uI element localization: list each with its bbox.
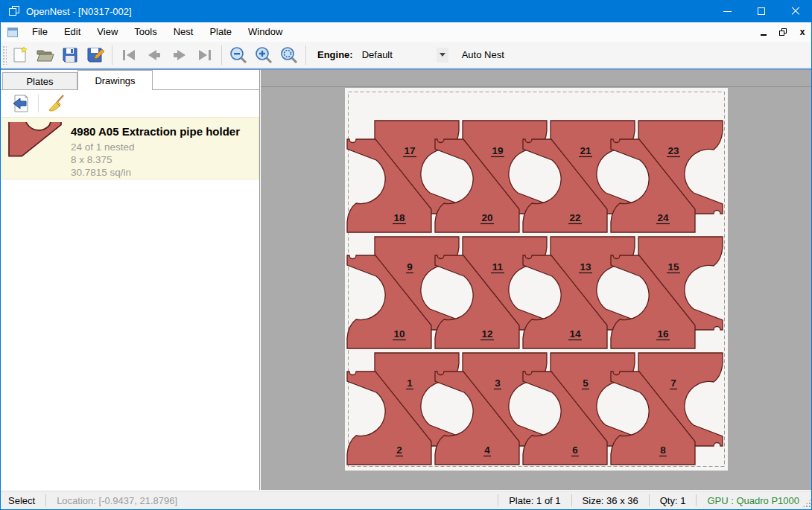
part-number-label: 19 [492, 145, 503, 156]
menu-edit[interactable]: Edit [56, 22, 89, 42]
zoom-fit-icon [279, 45, 299, 65]
sidebar-tabstrip: Plates Drawings [1, 70, 259, 90]
clean-button[interactable] [45, 92, 69, 115]
drawing-nested-count: 24 of 1 nested [71, 141, 240, 153]
part-thumbnail [7, 122, 66, 174]
page-back-arrow-icon [10, 94, 30, 113]
part-number-label: 8 [660, 444, 666, 456]
part-number-label: 15 [667, 261, 679, 272]
first-plate-button[interactable] [116, 44, 142, 66]
part-number-label: 16 [657, 328, 669, 340]
document-top-edge [261, 86, 812, 87]
open-folder-icon [35, 45, 54, 65]
close-button[interactable] [778, 0, 812, 22]
menu-plate[interactable]: Plate [201, 22, 240, 42]
save-as-button[interactable] [83, 44, 108, 66]
nest-layout: 171819202122232491011121314151612345678 [345, 88, 728, 471]
zoom-out-icon [229, 45, 248, 65]
menu-file[interactable]: File [24, 22, 56, 42]
plate-sheet[interactable]: 171819202122232491011121314151612345678 [345, 88, 728, 471]
drawings-toolbar [1, 90, 259, 116]
engine-label: Engine: [317, 49, 353, 60]
minimize-button[interactable] [710, 0, 744, 22]
send-back-button[interactable] [8, 92, 32, 115]
engine-value: Default [358, 49, 437, 60]
new-file-icon [10, 45, 29, 65]
part-number-label: 14 [569, 328, 581, 340]
drawing-title: 4980 A05 Extraction pipe holder [71, 125, 240, 138]
main-toolbar: Engine: Default Auto Nest [1, 42, 812, 68]
engine-combobox[interactable]: Default [358, 47, 448, 63]
part-number-label: 11 [492, 261, 504, 272]
status-gpu: GPU : Quadro P1000 [697, 495, 812, 506]
zoom-in-button[interactable] [251, 44, 276, 66]
status-location: Location: [-0.9437, 21.8796] [46, 495, 498, 506]
menu-view[interactable]: View [89, 22, 126, 42]
menu-window[interactable]: Window [240, 22, 291, 42]
mdi-close-button[interactable]: x [796, 26, 808, 38]
part-number-label: 21 [580, 145, 591, 156]
broom-icon [47, 94, 66, 113]
zoom-out-button[interactable] [226, 44, 251, 66]
part-number-label: 20 [481, 212, 492, 223]
title-bar: OpenNest - [N0317-002] [1, 0, 812, 22]
sidebar: Plates Drawings 4980 A05 Extract [1, 70, 260, 490]
save-icon [60, 45, 80, 65]
window-title: OpenNest - [N0317-002] [26, 6, 132, 17]
open-file-button[interactable] [32, 44, 57, 66]
drawing-list-item[interactable]: 4980 A05 Extraction pipe holder 24 of 1 … [1, 117, 259, 179]
part-number-label: 5 [583, 377, 589, 389]
part-number-label: 12 [481, 328, 492, 340]
new-file-button[interactable] [7, 44, 32, 66]
part-shape [9, 122, 61, 156]
part-number-label: 1 [407, 377, 413, 389]
part-number-label: 3 [495, 377, 501, 389]
menu-nest[interactable]: Nest [165, 22, 202, 42]
status-qty: Qty: 1 [650, 495, 697, 506]
part-number-label: 17 [404, 145, 415, 156]
part-number-label: 22 [569, 212, 580, 223]
zoom-in-icon [254, 45, 273, 65]
mdi-minimize-button[interactable] [758, 26, 770, 38]
tab-plates[interactable]: Plates [2, 72, 77, 90]
chevron-down-icon[interactable] [437, 48, 448, 63]
status-bar: Select Location: [-0.9437, 21.8796] Plat… [1, 491, 812, 509]
menu-tools[interactable]: Tools [126, 22, 165, 42]
nest-canvas[interactable]: 171819202122232491011121314151612345678 [261, 70, 812, 490]
status-mode: Select [1, 495, 45, 506]
part-number-label: 7 [670, 377, 676, 389]
drawing-dimensions: 8 x 8.375 [71, 153, 240, 166]
auto-nest-button[interactable]: Auto Nest [456, 49, 510, 60]
drawing-area: 30.7815 sq/in [71, 166, 240, 179]
part-number-label: 6 [572, 444, 578, 456]
part-number-label: 23 [667, 145, 679, 156]
last-plate-button[interactable] [192, 44, 218, 66]
next-plate-button[interactable] [167, 44, 192, 66]
part-number-label: 13 [580, 261, 591, 272]
save-edit-icon [86, 45, 105, 65]
save-button[interactable] [57, 44, 83, 66]
part-number-label: 4 [484, 444, 490, 456]
app-icon [9, 6, 19, 16]
tab-drawings[interactable]: Drawings [77, 70, 153, 90]
part-number-label: 24 [657, 212, 669, 223]
previous-plate-button[interactable] [142, 44, 167, 66]
status-plate-count: Plate: 1 of 1 [498, 495, 571, 506]
zoom-fit-button[interactable] [276, 44, 302, 66]
mdi-restore-button[interactable] [777, 26, 789, 38]
document-icon [7, 28, 18, 37]
part-number-label: 18 [393, 212, 405, 223]
maximize-button[interactable] [744, 0, 778, 22]
part-number-label: 9 [407, 261, 413, 272]
part-number-label: 10 [393, 328, 405, 340]
part-number-label: 2 [396, 444, 402, 456]
menu-bar: FileEditViewToolsNestPlateWindow x [1, 22, 812, 42]
status-plate-size: Size: 36 x 36 [572, 495, 649, 506]
